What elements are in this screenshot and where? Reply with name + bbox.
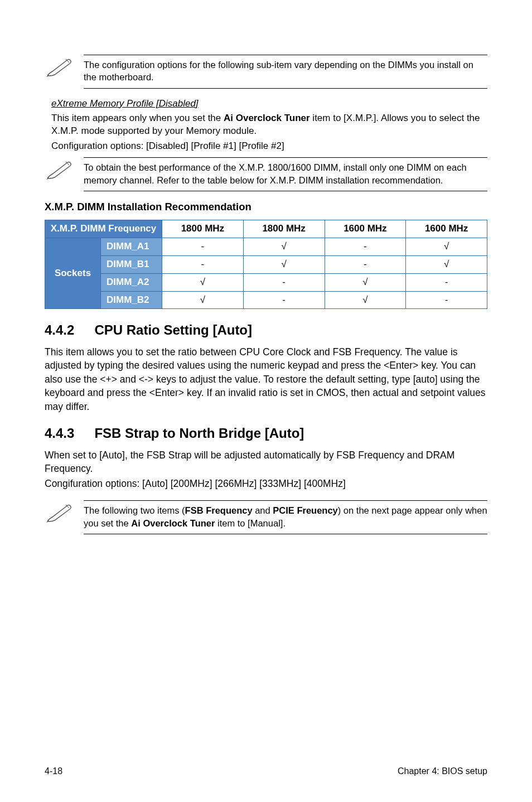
section-title: FSB Strap to North Bridge [Auto]	[94, 424, 304, 442]
text-bold: Ai Overclock Tuner	[131, 518, 215, 528]
cell: √	[406, 255, 487, 273]
cell: -	[325, 238, 406, 255]
xmp-table-heading: X.M.P. DIMM Installation Recommendation	[45, 200, 487, 214]
cell: -	[325, 255, 406, 273]
col-header: 1800 MHz	[243, 220, 325, 238]
table-row: DIMM_B1 - √ - √	[45, 255, 487, 273]
section-442-body: This item allows you to set the ratio be…	[45, 345, 487, 414]
section-title: CPU Ratio Setting [Auto]	[94, 321, 252, 339]
cell: √	[243, 238, 325, 255]
note-block-1: The configuration options for the follow…	[45, 55, 487, 89]
xmp-profile-body1: This item appears only when you set the …	[51, 112, 487, 138]
text-bold: PCIE Freuency	[273, 505, 337, 515]
cell: √	[162, 273, 244, 291]
table-row: DIMM_B2 √ - √ -	[45, 291, 487, 309]
page-footer: 4-18 Chapter 4: BIOS setup	[45, 765, 487, 777]
col-header: 1800 MHz	[162, 220, 244, 238]
dimm-label: DIMM_B1	[101, 255, 162, 273]
section-442-heading: 4.4.2 CPU Ratio Setting [Auto]	[45, 321, 487, 339]
cell: -	[243, 291, 325, 309]
pencil-icon	[45, 157, 84, 185]
cell: -	[243, 273, 325, 291]
cell: √	[243, 255, 325, 273]
pencil-icon	[45, 55, 84, 82]
xmp-profile-title: eXtreme Memory Profile [Disabled]	[51, 98, 199, 109]
note-text-1: The configuration options for the follow…	[84, 55, 487, 89]
xmp-profile-section: eXtreme Memory Profile [Disabled] This i…	[45, 98, 487, 153]
col-header: 1600 MHz	[406, 220, 487, 238]
cell: -	[406, 273, 487, 291]
dimm-label: DIMM_A2	[101, 273, 162, 291]
cell: √	[406, 238, 487, 255]
sockets-label: Sockets	[45, 238, 101, 309]
table-header-row: X.M.P. DIMM Frequency 1800 MHz 1800 MHz …	[45, 220, 487, 238]
chapter-label: Chapter 4: BIOS setup	[398, 765, 487, 777]
dimm-label: DIMM_B2	[101, 291, 162, 309]
page-number: 4-18	[45, 765, 62, 777]
section-443-body1: When set to [Auto], the FSB Strap will b…	[45, 448, 487, 476]
section-443-body2: Congifuration options: [Auto] [200MHz] […	[45, 477, 487, 491]
section-443-heading: 4.4.3 FSB Strap to North Bridge [Auto]	[45, 424, 487, 442]
text-fragment: item to [Manual].	[215, 518, 286, 528]
xmp-profile-body2: Configuration options: [Disabled] [Profi…	[51, 140, 487, 153]
text-fragment: and	[253, 505, 273, 515]
text-bold: FSB Frequency	[185, 505, 253, 515]
note-text-2: To obtain the best performance of the X.…	[84, 157, 487, 191]
text-bold: Ai Overclock Tuner	[224, 113, 310, 123]
dimm-label: DIMM_A1	[101, 238, 162, 255]
text-fragment: This item appears only when you set the	[51, 113, 224, 123]
pencil-icon	[45, 500, 84, 528]
note-text-3: The following two items (FSB Frequency a…	[84, 500, 487, 534]
cell: -	[406, 291, 487, 309]
cell: -	[162, 255, 244, 273]
xmp-table: X.M.P. DIMM Frequency 1800 MHz 1800 MHz …	[45, 220, 487, 310]
table-row: Sockets DIMM_A1 - √ - √	[45, 238, 487, 255]
cell: -	[162, 238, 244, 255]
note-block-2: To obtain the best performance of the X.…	[45, 157, 487, 191]
xmp-freq-header: X.M.P. DIMM Frequency	[45, 220, 162, 238]
table-row: DIMM_A2 √ - √ -	[45, 273, 487, 291]
text-fragment: The following two items (	[84, 505, 185, 515]
cell: √	[325, 291, 406, 309]
cell: √	[325, 273, 406, 291]
cell: √	[162, 291, 244, 309]
note-block-3: The following two items (FSB Frequency a…	[45, 500, 487, 534]
section-num: 4.4.2	[45, 321, 74, 339]
section-num: 4.4.3	[45, 424, 74, 442]
col-header: 1600 MHz	[325, 220, 406, 238]
